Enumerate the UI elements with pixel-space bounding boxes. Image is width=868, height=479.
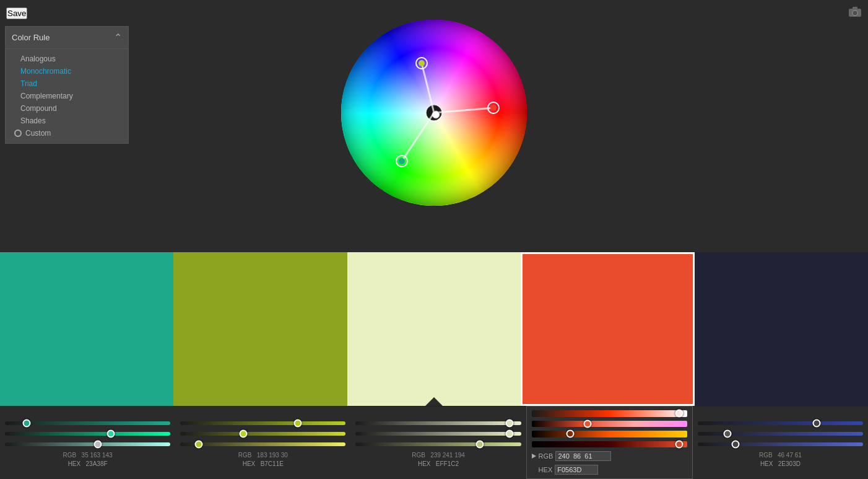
thumb-5-2[interactable]	[723, 429, 731, 437]
thumb-3-1[interactable]	[505, 419, 513, 427]
slider-row-3-2[interactable]	[355, 429, 521, 438]
slider-col-3: RGB 239 241 194 HEX EFF1C2	[350, 406, 526, 479]
rule-triad[interactable]: Triad	[6, 77, 128, 90]
slider-row-1-3[interactable]	[5, 440, 170, 449]
thumb-5-3[interactable]	[732, 440, 740, 448]
rgb-info-2: RGB 183 193 30	[180, 452, 345, 459]
save-button[interactable]: Save	[6, 7, 27, 19]
thumb-3-2[interactable]	[505, 429, 513, 437]
slider-row-2-2[interactable]	[180, 429, 345, 438]
thumb-2-1[interactable]	[293, 419, 302, 427]
color-rule-panel: Color Rule ⌃ Analogous Monochromatic Tri…	[5, 26, 129, 144]
rule-custom-label: Custom	[25, 129, 51, 138]
thumb-1-2[interactable]	[107, 429, 115, 437]
color-wheel-container[interactable]	[335, 14, 533, 212]
color-wheel-canvas[interactable]	[335, 14, 533, 212]
slider-row-2-3[interactable]	[180, 440, 345, 449]
rgb-info-5: RGB 46 47 61	[698, 452, 863, 459]
svg-point-3	[854, 12, 856, 14]
detail-grad-row-2[interactable]	[532, 421, 687, 428]
thumb-5-1[interactable]	[813, 419, 821, 427]
color-rule-header: Color Rule ⌃	[6, 27, 128, 49]
slider-row-5-1[interactable]	[698, 419, 863, 428]
detail-rgb-arrow	[532, 454, 536, 459]
detail-hex-row: HEX	[527, 464, 692, 476]
detail-hex-input[interactable]	[555, 465, 598, 475]
rgb-info-3: RGB 239 241 194	[355, 452, 521, 459]
color-rule-title: Color Rule	[12, 33, 50, 42]
swatch-3[interactable]	[347, 252, 521, 406]
detail-thumb-3[interactable]	[566, 430, 575, 438]
slider-row-1-2[interactable]	[5, 429, 170, 438]
hex-info-5: HEX 2E303D	[698, 460, 863, 467]
rule-shades[interactable]: Shades	[6, 115, 128, 127]
detail-grad-row-4[interactable]	[532, 441, 687, 448]
detail-grad-row-3[interactable]	[532, 431, 687, 437]
rule-complementary[interactable]: Complementary	[6, 90, 128, 102]
detail-thumb-4[interactable]	[675, 440, 684, 448]
swatch-3-indicator	[425, 397, 443, 406]
thumb-2-3[interactable]	[194, 440, 202, 448]
slider-row-1-1[interactable]	[5, 419, 170, 428]
swatch-1[interactable]	[0, 252, 173, 406]
slider-col-5: RGB 46 47 61 HEX 2E303D	[693, 406, 868, 479]
detail-thumb-2[interactable]	[584, 420, 592, 428]
detail-thumb-1[interactable]	[675, 410, 684, 418]
slider-row-3-3[interactable]	[355, 440, 521, 449]
slider-row-5-2[interactable]	[698, 429, 863, 438]
swatch-2[interactable]	[173, 252, 347, 406]
hex-info-1: HEX 23A38F	[5, 460, 170, 467]
detail-rgb-input[interactable]	[555, 451, 611, 461]
rgb-info-1: RGB 35 163 143	[5, 452, 170, 459]
thumb-3-3[interactable]	[475, 440, 484, 448]
custom-radio-icon	[14, 130, 22, 137]
rule-custom[interactable]: Custom	[6, 127, 128, 139]
rule-analogous[interactable]: Analogous	[6, 53, 128, 65]
detail-panel: RGB HEX	[526, 406, 693, 479]
slider-row-2-1[interactable]	[180, 419, 345, 428]
slider-row-5-3[interactable]	[698, 440, 863, 449]
detail-grad-row-1[interactable]	[532, 410, 687, 417]
swatch-4[interactable]	[521, 252, 694, 406]
svg-rect-2	[853, 7, 857, 9]
thumb-1-1[interactable]	[22, 419, 30, 427]
color-rule-collapse-icon[interactable]: ⌃	[114, 32, 122, 43]
slider-col-2: RGB 183 193 30 HEX B7C11E	[175, 406, 350, 479]
detail-rgb-row: RGB	[527, 450, 692, 462]
hex-info-2: HEX B7C11E	[180, 460, 345, 467]
slider-col-1: RGB 35 163 143 HEX 23A38F	[0, 406, 175, 479]
rule-compound[interactable]: Compound	[6, 102, 128, 115]
swatches-row	[0, 252, 868, 406]
slider-row-3-1[interactable]	[355, 419, 521, 428]
rule-monochromatic[interactable]: Monochromatic	[6, 65, 128, 77]
detail-hex-label: HEX	[539, 466, 553, 473]
swatch-5[interactable]	[695, 252, 868, 406]
bottom-sliders: RGB 35 163 143 HEX 23A38F RGB 183 193 30…	[0, 406, 868, 479]
color-rule-list: Analogous Monochromatic Triad Complement…	[6, 49, 128, 143]
hex-info-3: HEX EFF1C2	[355, 460, 521, 467]
thumb-1-3[interactable]	[93, 440, 102, 448]
thumb-2-2[interactable]	[239, 429, 247, 437]
detail-rgb-label: RGB	[539, 452, 553, 460]
camera-icon[interactable]	[848, 6, 862, 20]
